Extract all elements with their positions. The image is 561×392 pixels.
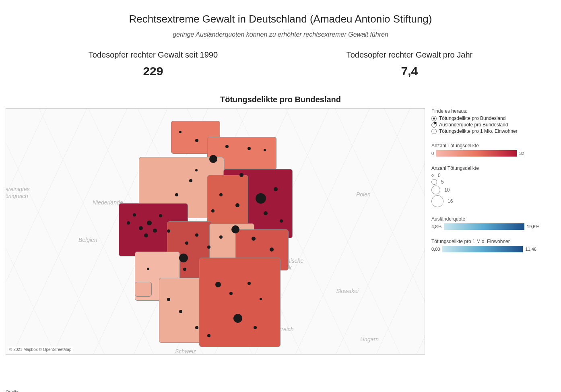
- source-block: Quelle: https://www.amadeu-antonio-stift…: [6, 390, 136, 392]
- radio-label: Tötungsdelikte pro 1 Mio. Einwohner: [439, 128, 518, 134]
- legend-size-title: Anzahl Tötungsdelikte: [431, 165, 556, 171]
- kpi-per-year-value: 7,4: [346, 64, 473, 78]
- state[interactable]: [135, 282, 152, 297]
- state[interactable]: [199, 258, 280, 347]
- radio-option-2[interactable]: Tötungsdelikte pro 1 Mio. Einwohner: [431, 128, 556, 134]
- page-subtitle: geringe Ausländerquoten können zu erhöht…: [0, 31, 561, 38]
- size-legend-label: 10: [444, 187, 450, 193]
- radio-label: Ausländerquote pro Bundesland: [439, 122, 508, 128]
- label-ch: Schweiz: [175, 348, 196, 355]
- legend-color2: 4,8% 19,6%: [431, 223, 556, 230]
- kpi-total-value: 229: [89, 64, 218, 78]
- radio-option-1[interactable]: Ausländerquote pro Bundesland: [431, 122, 556, 128]
- legend-color3: 0,00 11,46: [431, 246, 556, 252]
- legend-size: Anzahl Tötungsdelikte 051016: [431, 165, 556, 207]
- legend-color1-title: Anzahl Tötungsdelikte: [431, 143, 556, 149]
- size-legend-row: 16: [431, 195, 556, 207]
- side-panel: Finde es heraus: Tötungsdelikte pro Bund…: [425, 108, 556, 355]
- label-be: Belgien: [78, 237, 97, 243]
- kpi-total: Todesopfer rechter Gewalt seit 1990 229: [89, 50, 218, 78]
- kpi-total-label: Todesopfer rechter Gewalt seit 1990: [89, 50, 218, 60]
- map-attribution: © 2021 Mapbox © OpenStreetMap: [8, 347, 73, 353]
- legend-color3-title: Tötungsdelikte pro 1 Mio. Einwohner: [431, 239, 556, 244]
- size-legend-dot: [431, 186, 440, 194]
- gradient-blue-1: [444, 223, 524, 230]
- label-sk: Slowakei: [336, 288, 359, 294]
- source-label: Quelle:: [6, 390, 136, 392]
- gradient-red: [436, 150, 517, 157]
- controls-title: Finde es heraus:: [431, 108, 556, 114]
- radio-option-0[interactable]: Tötungsdelikte pro Bundesland: [431, 116, 556, 121]
- label-uk: ereinigtesönigreich: [6, 186, 30, 200]
- label-hu: Ungarn: [360, 336, 379, 342]
- page-title: Rechtsextreme Gewalt in Deutschland (Ama…: [0, 13, 561, 25]
- size-legend-label: 0: [438, 173, 441, 178]
- kpi-per-year: Todesopfer rechter Gewalt pro Jahr 7,4: [346, 50, 473, 78]
- map-title: Tötungsdelikte pro Bundesland: [0, 95, 561, 104]
- germany-map[interactable]: ereinigtesönigreich Niederlande Belgien …: [6, 108, 425, 355]
- gradient-blue-2: [442, 246, 523, 252]
- kpi-row: Todesopfer rechter Gewalt seit 1990 229 …: [0, 50, 561, 78]
- radio-label: Tötungsdelikte pro Bundesland: [439, 116, 505, 121]
- radio-icon: [431, 129, 437, 134]
- cursor-icon: ➤: [433, 120, 438, 126]
- size-legend-dot: [431, 195, 443, 207]
- size-legend-label: 5: [441, 179, 444, 185]
- size-legend-dot: [431, 179, 437, 185]
- legend-color2-title: Ausländerquote: [431, 216, 556, 222]
- size-legend-row: 5: [431, 179, 556, 185]
- size-legend-dot: [431, 174, 434, 177]
- size-legend-row: 10: [431, 186, 556, 194]
- kpi-per-year-label: Todesopfer rechter Gewalt pro Jahr: [346, 50, 473, 60]
- size-legend-row: 0: [431, 173, 556, 178]
- label-pl: Polen: [356, 191, 371, 198]
- size-legend-label: 16: [448, 198, 453, 204]
- legend-color1: 0 32: [431, 150, 556, 157]
